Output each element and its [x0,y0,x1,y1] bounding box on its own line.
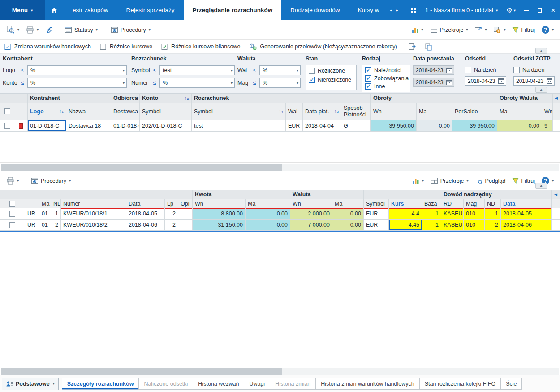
cell-data[interactable]: 2018-04-06 [126,220,165,231]
cell-nazwa[interactable]: Dostawca 18 [66,120,111,132]
zmiana-warunkow-button[interactable]: Zmiana warunków handlowych [4,43,91,50]
cell-numer[interactable]: KWEUR/010/18/1 [61,208,126,220]
cell-nd[interactable]: 2 [51,220,61,231]
inne-checkbox[interactable]: Inne [365,83,407,90]
column-scroll-left-icon[interactable]: ◀ [553,94,560,103]
lte-operator-icon[interactable]: ≤ [152,67,157,73]
roznice-kursowe-button[interactable]: Różnice kursowe [100,43,152,50]
zobowiazania-checkbox[interactable]: Zobowiązania [365,75,407,82]
copy-record-button[interactable] [425,43,432,51]
symbol-filter-combo[interactable]: test ▾ [159,65,235,75]
cell-typ[interactable]: UR [25,208,39,220]
column-header-data2[interactable]: Data [501,199,552,208]
row-select-checkbox[interactable] [0,120,15,132]
column-header-kwota-wn[interactable]: Wn [193,199,246,208]
cell-symbol[interactable]: EUR [364,220,389,231]
cell-symbol[interactable]: EUR [364,208,389,220]
cell-data2[interactable]: 2018-04-06 [501,220,552,231]
column-header-persaldo[interactable]: PerSaldo [452,103,497,120]
cell-data-plat[interactable]: 2018-04-04 [303,120,341,132]
tab-rodzaje-dowodow[interactable]: Rodzaje dowodów [281,0,349,20]
detail-filtruj-button[interactable]: Filtruj [509,176,538,186]
cell-ma[interactable]: 01 [39,220,51,231]
column-header-lp[interactable]: Lp [165,199,178,208]
roznice-kursowe-bilansowe-button[interactable]: Różnice kursowe bilansowe [161,43,240,50]
column-header-rozrachunek-symbol[interactable]: Symbol ↑4 [192,103,286,120]
collapse-filter-panel-button[interactable]: ▲ [535,48,547,54]
tab-scroll-left-icon[interactable]: ◂ [388,0,394,20]
cell-logo[interactable]: 01-D-018-C [28,120,66,132]
tab-historia-wezwan[interactable]: Historia wezwań [193,378,244,390]
column-header-nd2[interactable]: ND [485,199,501,208]
odsetki-zotp-date-field[interactable]: 2018-04-23 [513,76,555,86]
konto-filter-combo[interactable]: % ▾ [27,78,127,88]
scrollbar-thumb[interactable] [1,164,282,171]
detail-procedury-button[interactable]: Procedury ▾ [28,175,73,186]
select-all-header[interactable] [0,103,15,120]
cell-waluta-ma[interactable]: 0.00 [332,208,364,220]
lte-operator-icon[interactable]: ≤ [20,67,25,73]
cell-waluta-ma[interactable]: 0.00 [497,120,542,132]
cell-rd[interactable]: KASEUI [441,220,464,231]
tab-stan-rozliczenia-fifo[interactable]: Stan rozliczenia kolejki FIFO [419,378,501,390]
tab-historia-zmian-warunkow[interactable]: Historia zmian warunków handlowych [315,378,419,390]
home-button[interactable] [45,0,64,20]
mag-filter-combo[interactable]: % ▾ [259,78,301,88]
column-header-wn[interactable]: Wn [371,103,417,120]
column-header-wal[interactable]: Wal [286,103,303,120]
detail-row-selected[interactable]: UR 01 2 KWEUR/010/18/2 2018-04-06 2 31 1… [0,220,560,231]
lte-operator-icon[interactable]: ≤ [252,67,257,73]
column-header-konto-symbol[interactable]: Symbol [140,103,192,120]
cell-kwota-ma[interactable]: 0.00 [246,220,290,231]
cell-typ[interactable]: UR [25,220,39,231]
przekroje-button[interactable]: Przekroje ▾ [427,24,471,35]
detach-window-button[interactable]: ▾ [472,24,489,35]
tab-scroll-right-icon[interactable]: ▸ [394,0,400,20]
tab-szczegoly-rozrachunkow[interactable]: Szczegóły rozrachunków [62,378,139,390]
column-header-logo[interactable]: Logo ↑1 [28,103,66,120]
detail-chart-button[interactable]: ▾ [409,175,426,186]
cell-kwota-wn[interactable]: 8 800.00 [193,208,246,220]
data-powstania-od-field[interactable]: 2018-04-23 [413,65,454,75]
rozliczone-checkbox[interactable]: Rozliczone [309,67,353,74]
generowanie-przelewow-button[interactable]: Generowanie przelewów (bieżący/zaznaczon… [249,43,397,50]
export-record-button[interactable] [408,43,416,51]
minimize-button[interactable] [520,0,533,20]
app-grid-button[interactable] [406,0,421,20]
cell-waluta-ma[interactable]: 0.00 [332,220,364,231]
cell-ma[interactable]: 01 [39,208,51,220]
statusy-button[interactable]: Statusy ▾ [62,24,100,35]
row-select-checkbox[interactable] [0,220,25,231]
data-powstania-do-field[interactable]: 2018-04-23 [413,78,454,87]
tab-historia-zmian[interactable]: Historia zmian [270,378,316,390]
cell-kwota-ma[interactable]: 0.00 [246,208,290,220]
column-header-opis[interactable]: Opi [178,199,193,208]
column-header-mag[interactable]: Mag [464,199,485,208]
cell-rozrachunek-symbol[interactable]: test [192,120,286,132]
cell-waluta-wn[interactable]: 9 [542,120,553,132]
scrollbar-thumb[interactable] [1,368,282,375]
column-header-numer[interactable]: Numer [61,199,126,208]
wal-filter-combo[interactable]: % ▾ [259,65,301,75]
tab-kursy-walut[interactable]: Kursy w [349,0,388,20]
cell-rd[interactable]: KASEUI [441,208,464,220]
cell-waluta-wn[interactable]: 7 000.00 [290,220,332,231]
attachments-button[interactable] [43,24,56,36]
column-header-nazwa[interactable]: Nazwa [66,103,111,120]
column-header-kwota-ma[interactable]: Ma [246,199,290,208]
nierozliczone-checkbox[interactable]: Nierozliczone [309,76,353,83]
lte-operator-icon[interactable]: ≤ [20,80,25,86]
row-select-checkbox[interactable] [0,208,25,220]
cell-waluta-wn[interactable]: 2 000.00 [290,208,332,220]
lte-operator-icon[interactable]: ≤ [252,80,257,86]
collapse-detail-panel-button[interactable]: ▲ [535,183,547,189]
odsetki-na-dzien-checkbox[interactable]: Na dzień [465,66,506,73]
column-header-sposob-platnosci[interactable]: Sposób Płatności [341,103,371,120]
column-header-data[interactable]: Data [126,199,165,208]
close-button[interactable]: ✕ [547,0,560,20]
column-header-dostawca[interactable]: Dostawca [111,103,140,120]
detail-przekroje-button[interactable]: Przekroje ▾ [428,175,471,186]
naleznosci-checkbox[interactable]: Należności [365,67,407,73]
help-button[interactable]: ? ▾ [539,24,556,35]
column-header-ma[interactable]: Ma [417,103,452,120]
